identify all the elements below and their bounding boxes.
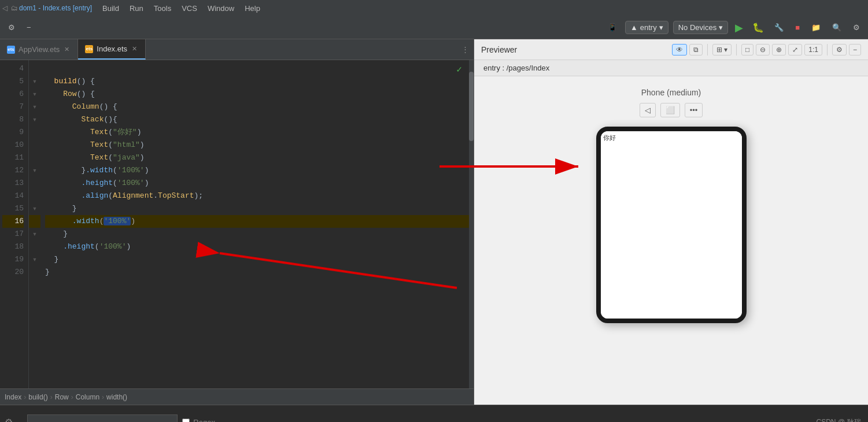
previewer-title: Previewer — [481, 45, 517, 54]
regex-label-text: Regex — [193, 418, 215, 422]
code-line-16: .width('100%') — [45, 215, 469, 228]
file-title: dom1 - Index.ets [entry] — [19, 4, 92, 12]
no-devices-label: No Devices — [678, 23, 716, 32]
bottom-panel: ⚙ − Regex CSDN @-耿瑞- — [0, 405, 868, 422]
entry-triangle-icon: ▲ — [630, 23, 638, 32]
fold-icon-17[interactable]: ▼ — [32, 231, 38, 237]
entry-path-label: entry : /pages/Index — [483, 64, 549, 72]
fold-icon-7[interactable]: ▼ — [32, 104, 38, 110]
device-more-btn[interactable]: ••• — [685, 103, 703, 117]
vertical-scrollbar[interactable] — [469, 60, 474, 388]
minus-btn[interactable]: − — [23, 21, 35, 34]
tab-bar: ets AppView.ets ✕ ets Index.ets ✕ ⋮ — [0, 39, 474, 60]
preview-ratio-btn[interactable]: 1:1 — [804, 44, 822, 55]
device-rotate-btn[interactable]: ⬜ — [660, 103, 680, 117]
preview-fit-btn[interactable]: ⤢ — [788, 44, 802, 55]
check-mark: ✓ — [456, 64, 462, 76]
watermark: CSDN @-耿瑞- — [816, 417, 863, 422]
project-icon: 🗂 — [11, 4, 18, 12]
scrollbar-thumb[interactable] — [469, 72, 474, 141]
phone-screen-text: 你好 — [603, 134, 616, 141]
code-content[interactable]: build() { Row() { Column() { Stack(){ — [40, 60, 474, 388]
preview-zoom-in-btn[interactable]: ⊕ — [772, 44, 786, 55]
code-line-15: } — [45, 202, 469, 215]
phone-label: Phone (medium) — [641, 88, 701, 97]
device-back-btn[interactable]: ◁ — [640, 103, 656, 117]
code-line-12: }.width('100%') — [45, 164, 469, 177]
breadcrumb-build[interactable]: build() — [28, 393, 47, 401]
tab-index[interactable]: ets Index.ets ✕ — [78, 39, 146, 60]
fold-icon-6[interactable]: ▼ — [32, 91, 38, 97]
menu-window[interactable]: Window — [203, 2, 239, 15]
previewer-header: Previewer 👁 ⧉ ⊞ ▾ □ ⊖ ⊕ ⤢ 1:1 ⚙ − — [474, 39, 868, 60]
breadcrumb-column[interactable]: Column — [76, 393, 99, 401]
fold-icon-8[interactable]: ▼ — [32, 117, 38, 123]
fold-icon-19[interactable]: ▼ — [32, 257, 38, 262]
code-line-4 — [45, 62, 469, 75]
code-line-9: Text("你好") — [45, 126, 469, 139]
settings-icon-btn[interactable]: ⚙ — [5, 21, 19, 34]
no-devices-dropdown[interactable]: No Devices ▾ — [673, 21, 728, 34]
debug-button[interactable]: 🐛 — [750, 21, 766, 34]
toolbar-settings-btn[interactable]: ⚙ — [849, 21, 863, 34]
fold-icon-12[interactable]: ▼ — [32, 168, 38, 173]
regex-label[interactable]: Regex — [182, 418, 215, 422]
menu-tools[interactable]: Tools — [149, 2, 176, 15]
code-line-7: Column() { — [45, 101, 469, 113]
breadcrumb-index[interactable]: Index — [5, 393, 21, 401]
device-icon-btn[interactable]: 📱 — [604, 21, 620, 34]
toolbar-divider-3 — [827, 44, 828, 55]
phone-screen: 你好 — [601, 131, 742, 319]
breadcrumb-prefix: ◁ — [2, 4, 8, 12]
menu-run[interactable]: Run — [125, 2, 148, 15]
code-line-20: } — [45, 266, 469, 279]
stop-btn[interactable]: ■ — [792, 21, 803, 34]
regex-checkbox[interactable] — [182, 419, 190, 422]
tab-appview[interactable]: ets AppView.ets ✕ — [0, 39, 78, 60]
fold-icon-15[interactable]: ▼ — [32, 206, 38, 212]
menu-vcs[interactable]: VCS — [177, 2, 202, 15]
code-line-5: build() { — [45, 75, 469, 88]
breadcrumb-width[interactable]: width() — [106, 393, 127, 401]
code-line-10: Text("html") — [45, 139, 469, 151]
search-everywhere-btn[interactable]: 🔍 — [829, 21, 845, 34]
search-input[interactable] — [27, 414, 178, 423]
preview-grid-btn[interactable]: ⊞ ▾ — [712, 44, 732, 55]
no-devices-chevron-icon: ▾ — [719, 23, 723, 32]
editor-area: ets AppView.ets ✕ ets Index.ets ✕ ⋮ 4 5 … — [0, 39, 474, 405]
previewer-content: Phone (medium) ◁ ⬜ ••• 你好 — [474, 76, 868, 405]
bottom-minus-icon[interactable]: − — [17, 417, 23, 423]
breadcrumb-sep-3: › — [71, 393, 73, 401]
preview-layer-btn[interactable]: ⧉ — [689, 44, 703, 55]
breadcrumb-sep-1: › — [24, 393, 26, 401]
preview-eye-btn[interactable]: 👁 — [672, 44, 687, 55]
previewer-panel: Previewer 👁 ⧉ ⊞ ▾ □ ⊖ ⊕ ⤢ 1:1 ⚙ − entry … — [474, 39, 868, 405]
tab-close-appview[interactable]: ✕ — [63, 46, 71, 53]
project-structure-btn[interactable]: 📁 — [808, 21, 824, 34]
main-area: ets AppView.ets ✕ ets Index.ets ✕ ⋮ 4 5 … — [0, 39, 868, 405]
code-line-11: Text("java") — [45, 151, 469, 164]
tab-close-index[interactable]: ✕ — [131, 45, 138, 53]
preview-zoom-out-btn[interactable]: ⊖ — [756, 44, 770, 55]
entry-path-bar: entry : /pages/Index — [474, 60, 868, 76]
build-variants-btn[interactable]: 🔧 — [771, 21, 787, 34]
preview-settings-btn[interactable]: ⚙ — [832, 44, 847, 55]
toolbar-divider — [707, 44, 708, 55]
tab-label-appview: AppView.ets — [19, 45, 60, 54]
entry-dropdown[interactable]: ▲ entry ▾ — [625, 21, 668, 34]
menu-build[interactable]: Build — [98, 2, 124, 15]
preview-border-btn[interactable]: □ — [741, 44, 754, 55]
line-numbers: 4 5 6 7 8 9 10 11 12 13 14 15 16 17 18 1… — [0, 60, 29, 388]
code-line-6: Row() { — [45, 88, 469, 101]
tab-more-btn[interactable]: ⋮ — [457, 45, 474, 54]
preview-close-btn[interactable]: − — [849, 44, 861, 55]
fold-icon-5[interactable]: ▼ — [32, 79, 38, 84]
run-button[interactable]: ▶ — [733, 20, 745, 35]
menu-help[interactable]: Help — [240, 2, 265, 15]
code-line-17: } — [45, 228, 469, 240]
bottom-settings-icon[interactable]: ⚙ — [5, 417, 13, 422]
breadcrumb-row[interactable]: Row — [55, 393, 69, 401]
code-line-19: } — [45, 253, 469, 266]
code-line-14: .align(Alignment.TopStart); — [45, 190, 469, 202]
status-bar: Index › build() › Row › Column › width() — [0, 388, 474, 405]
